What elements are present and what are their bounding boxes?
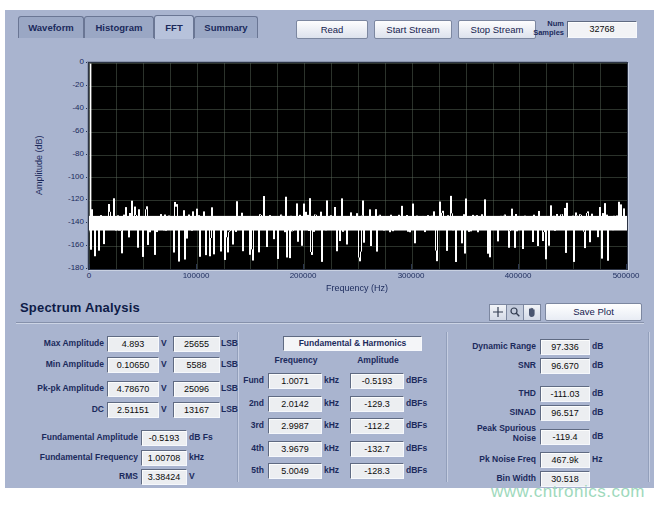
y-tick: -120 (56, 194, 84, 203)
harmonics-table-title: Fundamental & Harmonics (283, 336, 422, 351)
section-divider (16, 322, 644, 323)
fundamental-amplitude-label: Fundamental Amplitude (16, 430, 138, 444)
stat-label: Max Amplitude (16, 336, 104, 350)
harmonic-name: 2nd (238, 396, 264, 410)
unit-label: dB (592, 385, 603, 401)
metric-value: 97.336 (540, 339, 590, 355)
num-samples-label: Num Samples (522, 19, 564, 37)
stat-value-lsb: 25096 (173, 381, 220, 397)
amplitude-column-header: Amplitude (350, 355, 406, 365)
unit-label: dB (592, 428, 603, 444)
harmonic-amplitude: -0.5193 (350, 373, 404, 389)
unit-label: kHz (324, 462, 339, 478)
x-tick: 300000 (381, 271, 441, 280)
harmonic-frequency: 2.9987 (268, 418, 322, 434)
unit-label: V (161, 335, 167, 351)
start-stream-button[interactable]: Start Stream (374, 20, 452, 39)
zoom-tool-button[interactable] (506, 304, 524, 321)
y-tick: -140 (56, 217, 84, 226)
hand-icon (524, 306, 540, 318)
harmonic-frequency: 5.0049 (268, 463, 322, 479)
cursor-tool-button[interactable] (489, 304, 507, 321)
y-axis-label: Amplitude (dB) (34, 60, 48, 270)
tab-histogram[interactable]: Histogram (84, 16, 154, 38)
harmonic-frequency: 2.0142 (268, 396, 322, 412)
metric-value: 96.670 (540, 358, 590, 374)
harmonic-frequency: 1.0071 (268, 373, 322, 389)
metric-value: -111.03 (540, 386, 590, 402)
unit-label: kHz (324, 372, 339, 388)
unit-label: dB (592, 357, 603, 373)
unit-label: V (161, 380, 167, 396)
x-tick: 400000 (488, 271, 548, 280)
y-tick: -60 (56, 126, 84, 135)
x-tick: 100000 (166, 271, 226, 280)
stat-label: Pk-pk Amplitude (16, 381, 104, 395)
y-tick: -100 (56, 172, 84, 181)
unit-label: V (189, 468, 195, 484)
fft-plot[interactable] (88, 62, 628, 270)
tab-summary[interactable]: Summary (194, 16, 258, 38)
harmonic-name: 4th (238, 441, 264, 455)
unit-label: dBFs (406, 372, 427, 388)
y-tick: 0 (56, 57, 84, 66)
frequency-column-header: Frequency (268, 355, 324, 365)
stat-value-volts: 0.10650 (107, 357, 159, 373)
fundamental-frequency-label: Fundamental Frequency (16, 450, 138, 464)
harmonic-amplitude: -128.3 (350, 463, 404, 479)
unit-label: dB (592, 338, 603, 354)
metric-label: Peak Spurious Noise (452, 423, 536, 443)
metric-value: -119.4 (540, 429, 590, 445)
unit-label: dBFs (406, 417, 427, 433)
stat-label: Min Amplitude (16, 357, 104, 371)
unit-label: Hz (592, 451, 602, 467)
unit-label: LSB (221, 335, 238, 351)
tab-waveform[interactable]: Waveform (18, 16, 84, 38)
stat-label: DC (16, 402, 104, 416)
unit-label: kHz (324, 417, 339, 433)
unit-label: kHz (189, 449, 204, 465)
harmonic-name: Fund (238, 373, 264, 387)
unit-label: dB (592, 404, 603, 420)
stat-value-lsb: 25655 (173, 336, 220, 352)
save-plot-button[interactable]: Save Plot (545, 303, 642, 321)
stat-value-volts: 4.893 (107, 336, 159, 352)
rms-value: 3.38424 (141, 469, 187, 485)
fft-analyzer-window: Waveform Histogram FFT Summary Read Star… (0, 0, 659, 506)
unit-label: V (161, 401, 167, 417)
tab-fft[interactable]: FFT (154, 15, 194, 39)
y-tick: -160 (56, 240, 84, 249)
rms-label: RMS (16, 469, 138, 483)
y-tick: -40 (56, 103, 84, 112)
num-samples-input[interactable]: 32768 (567, 21, 637, 38)
x-tick: 0 (59, 271, 119, 280)
pan-tool-button[interactable] (523, 304, 541, 321)
harmonic-frequency: 3.9679 (268, 441, 322, 457)
column-divider (648, 332, 649, 482)
unit-label: LSB (221, 356, 238, 372)
read-button[interactable]: Read (296, 20, 368, 39)
fundamental-amplitude-value: -0.5193 (141, 430, 187, 446)
fft-plot-canvas (89, 63, 627, 269)
fundamental-frequency-value: 1.00708 (141, 450, 187, 466)
harmonic-amplitude: -129.3 (350, 396, 404, 412)
unit-label: dBFs (406, 440, 427, 456)
metric-value: 96.517 (540, 405, 590, 421)
watermark: www.cntronics.com (491, 482, 645, 502)
unit-label: dBFs (406, 462, 427, 478)
y-tick: -20 (56, 80, 84, 89)
unit-label: kHz (324, 395, 339, 411)
unit-label: LSB (221, 380, 238, 396)
metric-label: Dynamic Range (440, 339, 536, 353)
unit-label: kHz (324, 440, 339, 456)
metric-label: Pk Noise Freq (440, 452, 536, 466)
section-title: Spectrum Analysis (20, 300, 140, 315)
harmonic-name: 5th (238, 463, 264, 477)
harmonic-name: 3rd (238, 418, 264, 432)
stat-value-lsb: 5588 (173, 357, 220, 373)
metric-label: THD (440, 386, 536, 400)
unit-label: dBFs (406, 395, 427, 411)
unit-label: V (161, 356, 167, 372)
stat-value-volts: 4.78670 (107, 381, 159, 397)
x-tick: 200000 (273, 271, 333, 280)
